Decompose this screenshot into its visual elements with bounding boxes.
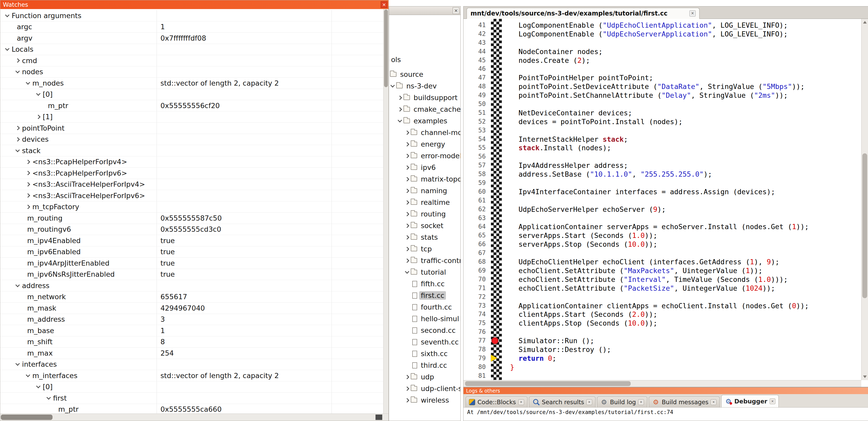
expander[interactable]	[404, 131, 410, 134]
logs-titlebar[interactable]: Logs & others	[464, 387, 868, 394]
collapse-icon[interactable]	[5, 46, 9, 51]
line-number[interactable]: 48	[464, 82, 488, 91]
line-number[interactable]: 41	[464, 21, 488, 30]
line-number[interactable]: 56	[464, 152, 488, 161]
expand-icon[interactable]	[405, 142, 409, 147]
code-editor[interactable]: 41 LogComponentEnable ("UdpEchoClientApp…	[464, 19, 861, 380]
collapse-icon[interactable]	[405, 269, 409, 274]
tree-item-wireless[interactable]: wireless	[389, 394, 460, 406]
line-number[interactable]: 57	[464, 161, 488, 170]
line-number[interactable]: 67	[464, 249, 488, 258]
scroll-up-icon[interactable]	[863, 21, 867, 24]
expander[interactable]	[13, 126, 22, 130]
expander[interactable]	[404, 376, 410, 379]
scroll-down-icon[interactable]	[863, 376, 867, 378]
expander[interactable]	[24, 160, 32, 163]
watch-row[interactable]: <ns3::PcapHelperForIpv4>	[0, 157, 383, 168]
close-icon[interactable]: ×	[711, 399, 716, 405]
tree-item-source[interactable]: source	[389, 68, 460, 80]
watch-row[interactable]: m_ipv6NsRsJitterEnabledtrue	[0, 269, 383, 280]
logs-tab-build-messages[interactable]: ⚙Build messages×	[649, 396, 720, 407]
tree-item-error-model[interactable]: error-model	[389, 150, 460, 162]
tree-item-buildsupport[interactable]: buildsupport	[389, 92, 460, 103]
line-number[interactable]: 77	[464, 336, 488, 345]
expander[interactable]	[24, 375, 32, 377]
expand-icon[interactable]	[405, 189, 409, 193]
watch-row[interactable]: cmd	[0, 55, 383, 66]
expander[interactable]	[404, 399, 410, 402]
watch-row[interactable]: address	[0, 280, 383, 291]
tree-item-tcp[interactable]: tcp	[389, 243, 460, 255]
watches-vscrollbar[interactable]	[383, 9, 389, 414]
expand-icon[interactable]	[405, 398, 409, 402]
watch-row[interactable]: [0]	[0, 382, 383, 393]
line-number[interactable]: 46	[464, 65, 488, 73]
watch-row[interactable]: m_interfacesstd::vector of length 2, cap…	[0, 370, 383, 382]
line-number[interactable]: 51	[464, 108, 488, 118]
expand-icon[interactable]	[16, 137, 20, 141]
expand-icon[interactable]	[36, 115, 41, 119]
close-icon[interactable]: ×	[518, 399, 524, 405]
line-number[interactable]: 53	[464, 126, 488, 135]
line-number[interactable]: 73	[464, 301, 488, 310]
line-number[interactable]: 74	[464, 310, 488, 319]
expand-icon[interactable]	[16, 126, 20, 130]
expander[interactable]	[24, 194, 32, 197]
watch-row[interactable]: m_ipv6Enabledtrue	[0, 247, 383, 258]
expander[interactable]	[404, 201, 410, 204]
expand-icon[interactable]	[405, 235, 409, 239]
expand-icon[interactable]	[405, 154, 409, 158]
expander[interactable]	[404, 236, 410, 239]
close-icon[interactable]: ×	[689, 10, 695, 17]
expand-icon[interactable]	[398, 107, 402, 111]
watch-row[interactable]: m_ptr0x5555555ca660	[0, 404, 383, 414]
expander[interactable]	[13, 363, 22, 365]
watch-row[interactable]: <ns3::AsciiTraceHelperForIpv6>	[0, 190, 383, 201]
logs-tab-code-blocks[interactable]: Code::Blocks×	[466, 396, 527, 407]
watch-row[interactable]: m_network655617	[0, 291, 383, 303]
expander[interactable]	[13, 285, 22, 287]
tree-item-fifth-cc[interactable]: fifth.cc	[389, 278, 460, 290]
expander[interactable]	[404, 166, 410, 169]
line-number[interactable]: 63	[464, 214, 488, 223]
line-number[interactable]: 80	[464, 363, 488, 371]
line-number[interactable]: 68	[464, 258, 488, 266]
close-icon[interactable]: ×	[381, 1, 388, 8]
expand-icon[interactable]	[405, 200, 409, 204]
collapse-icon[interactable]	[36, 384, 41, 388]
expander[interactable]	[3, 15, 12, 17]
expander[interactable]	[34, 386, 43, 388]
editor-hscrollbar[interactable]	[464, 380, 861, 387]
line-number[interactable]: 72	[464, 293, 488, 301]
collapse-icon[interactable]	[16, 283, 20, 287]
watch-row[interactable]: m_nodesstd::vector of length 2, capacity…	[0, 77, 383, 89]
projects-titlebar[interactable]: ×	[389, 6, 460, 15]
expand-icon[interactable]	[26, 193, 30, 198]
line-number[interactable]: 69	[464, 266, 488, 275]
line-number[interactable]: 78	[464, 345, 488, 354]
tree-item-hello-simul[interactable]: hello-simul	[389, 313, 460, 325]
watch-row[interactable]: Function arguments	[0, 10, 383, 22]
watches-titlebar[interactable]: Watches ×	[0, 0, 389, 9]
watches-hscrollbar[interactable]	[0, 414, 389, 421]
watch-row[interactable]: argv0x7fffffffdf08	[0, 33, 383, 44]
expand-icon[interactable]	[405, 177, 409, 181]
tree-item-examples[interactable]: examples	[389, 115, 460, 127]
tree-item-socket[interactable]: socket	[389, 220, 460, 231]
line-number[interactable]: 81	[464, 371, 488, 380]
collapse-icon[interactable]	[5, 13, 9, 17]
watch-row[interactable]: Locals	[0, 44, 383, 55]
expand-icon[interactable]	[405, 375, 409, 379]
line-number[interactable]: 64	[464, 222, 488, 231]
line-number[interactable]: 71	[464, 284, 488, 293]
editor-vscrollbar[interactable]	[861, 19, 868, 380]
expand-icon[interactable]	[405, 130, 409, 135]
tree-item-seventh-cc[interactable]: seventh.cc	[389, 336, 460, 348]
expand-icon[interactable]	[405, 258, 409, 263]
expand-icon[interactable]	[398, 95, 402, 100]
tree-item-channel-mod[interactable]: channel-mod	[389, 127, 460, 138]
expand-icon[interactable]	[405, 247, 409, 251]
line-number[interactable]: 49	[464, 91, 488, 100]
collapse-icon[interactable]	[16, 361, 20, 366]
tree-item-matrix-topol[interactable]: matrix-topol	[389, 173, 460, 185]
